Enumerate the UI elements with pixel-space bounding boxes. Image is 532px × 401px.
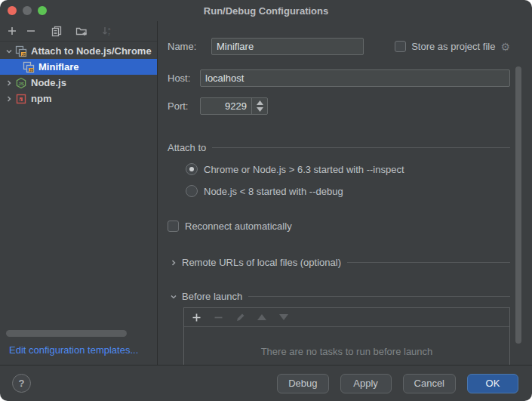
tree-item-label: npm: [31, 93, 51, 104]
apply-button[interactable]: Apply: [340, 374, 392, 393]
form-vertical-scrollbar[interactable]: [515, 66, 521, 344]
remove-task-icon[interactable]: [213, 312, 223, 322]
before-launch-tasks-panel: There are no tasks to run before launch: [183, 307, 510, 365]
chevron-right-icon[interactable]: [3, 95, 15, 103]
tree-item-npm-group[interactable]: npm: [0, 91, 157, 106]
chevron-right-icon[interactable]: [3, 79, 15, 87]
attach-nodejs-chrome-icon: JS: [23, 61, 35, 73]
port-label: Port:: [168, 100, 200, 112]
tree-item-label: Attach to Node.js/Chrome: [31, 45, 152, 57]
remove-configuration-icon[interactable]: [25, 25, 37, 37]
before-launch-empty-text: There are no tasks to run before launch: [184, 327, 509, 365]
window-controls: [8, 6, 47, 15]
tree-item-miniflare[interactable]: JS Miniflare: [0, 59, 157, 75]
dialog-footer: ? Debug Apply Cancel OK: [0, 365, 532, 401]
attach-to-section-header: Attach to: [168, 142, 510, 153]
add-configuration-icon[interactable]: [6, 25, 18, 37]
configuration-form: Name: Store as project file ⚙ Host: Port…: [158, 21, 532, 365]
store-as-project-file-group: Store as project file ⚙: [395, 41, 510, 52]
port-input[interactable]: [201, 98, 251, 114]
gear-icon[interactable]: ⚙: [500, 42, 510, 52]
tree-item-label: Node.js: [31, 77, 66, 88]
configurations-tree: JS Attach to Node.js/Chrome JS Miniflare: [0, 42, 157, 106]
name-row: Name: Store as project file ⚙: [168, 38, 510, 55]
section-divider-line: [347, 262, 510, 263]
edit-configuration-templates-link[interactable]: Edit configuration templates...: [0, 341, 157, 365]
chevron-right-icon[interactable]: [168, 259, 180, 267]
before-launch-section-header[interactable]: Before launch: [168, 291, 510, 302]
minimize-window-button[interactable]: [23, 6, 32, 15]
move-task-up-icon[interactable]: [257, 312, 267, 322]
name-label: Name:: [168, 41, 211, 52]
port-row: Port:: [168, 97, 510, 115]
help-button[interactable]: ?: [12, 374, 31, 393]
radio-chrome-inspect-label: Chrome or Node.js > 6.3 started with --i…: [204, 164, 404, 175]
radio-node-debug-label: Node.js < 8 started with --debug: [204, 186, 343, 197]
close-window-button[interactable]: [8, 6, 17, 15]
footer-buttons: Debug Apply Cancel OK: [277, 374, 518, 393]
host-input[interactable]: [200, 69, 510, 87]
before-launch-toolbar: [184, 308, 509, 327]
before-launch-title: Before launch: [182, 291, 242, 302]
port-spinner-buttons[interactable]: [251, 98, 267, 114]
attach-nodejs-chrome-icon: JS: [15, 45, 27, 57]
section-divider-line: [212, 147, 510, 148]
spinner-down-icon: [257, 107, 263, 112]
svg-text:a: a: [108, 26, 111, 31]
tree-horizontal-scrollbar[interactable]: [6, 330, 127, 337]
chevron-down-icon[interactable]: [168, 293, 180, 301]
cancel-button[interactable]: Cancel: [403, 374, 456, 393]
chevron-down-icon[interactable]: [3, 48, 15, 55]
reconnect-automatically-row[interactable]: Reconnect automatically: [168, 221, 510, 232]
reconnect-automatically-checkbox[interactable]: [168, 221, 179, 232]
host-row: Host:: [168, 69, 510, 87]
edit-task-icon[interactable]: [235, 312, 245, 322]
svg-text:z: z: [108, 32, 110, 36]
svg-text:JS: JS: [22, 52, 26, 56]
nodejs-icon: JS: [15, 77, 27, 89]
port-spinner: [200, 97, 268, 115]
store-as-project-file-label: Store as project file: [411, 41, 495, 52]
sort-configurations-icon[interactable]: az: [100, 25, 112, 37]
tree-item-attach-group[interactable]: JS Attach to Node.js/Chrome: [0, 43, 157, 59]
run-debug-configurations-dialog: Run/Debug Configurations az: [0, 0, 532, 401]
move-task-down-icon[interactable]: [278, 312, 289, 322]
host-label: Host:: [168, 72, 200, 84]
svg-text:JS: JS: [18, 80, 24, 85]
ok-button[interactable]: OK: [467, 374, 518, 393]
radio-button-unselected[interactable]: [186, 185, 198, 197]
svg-text:JS: JS: [29, 68, 34, 72]
tree-item-nodejs-group[interactable]: JS Node.js: [0, 75, 157, 91]
dialog-body: az JS Attach to Node.js/Chrome JS: [0, 21, 532, 365]
title-bar: Run/Debug Configurations: [0, 0, 532, 21]
configurations-sidebar: az JS Attach to Node.js/Chrome JS: [0, 21, 158, 365]
sidebar-toolbar: az: [0, 21, 157, 42]
radio-node-debug[interactable]: Node.js < 8 started with --debug: [186, 185, 510, 197]
radio-button-selected[interactable]: [186, 163, 198, 175]
section-divider-line: [248, 296, 510, 297]
remote-urls-section-header[interactable]: Remote URLs of local files (optional): [168, 257, 510, 268]
debug-button[interactable]: Debug: [277, 374, 328, 393]
store-as-project-file-checkbox[interactable]: [395, 41, 406, 52]
npm-icon: [15, 93, 27, 105]
copy-configuration-icon[interactable]: [51, 25, 63, 37]
window-title: Run/Debug Configurations: [204, 5, 328, 17]
new-folder-icon[interactable]: [75, 25, 88, 37]
spinner-up-icon: [257, 100, 263, 105]
tree-item-label: Miniflare: [38, 61, 78, 72]
remote-urls-title: Remote URLs of local files (optional): [182, 257, 341, 268]
attach-to-title: Attach to: [168, 142, 206, 153]
add-task-icon[interactable]: [191, 312, 201, 322]
radio-chrome-inspect[interactable]: Chrome or Node.js > 6.3 started with --i…: [186, 163, 510, 175]
reconnect-automatically-label: Reconnect automatically: [185, 221, 292, 232]
zoom-window-button[interactable]: [38, 6, 47, 15]
name-input[interactable]: [211, 38, 364, 55]
